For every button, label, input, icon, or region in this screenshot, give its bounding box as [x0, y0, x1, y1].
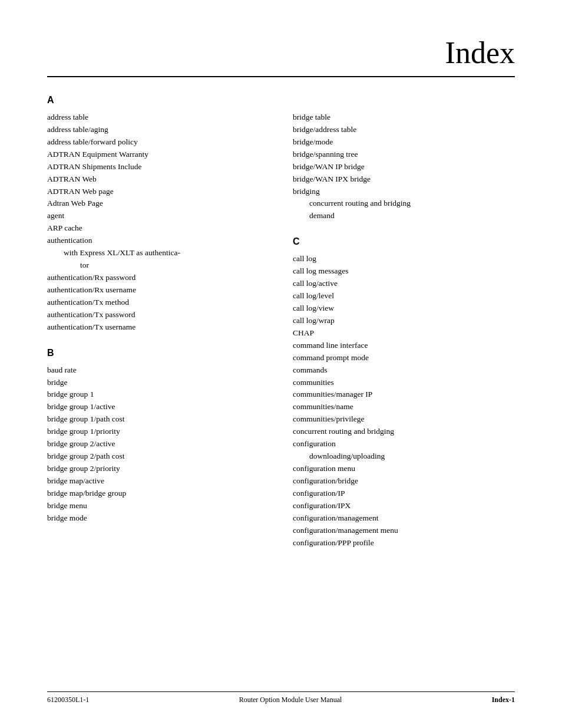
list-item: bridge group 1/active	[47, 401, 269, 413]
list-item: configuration/IPX	[293, 500, 515, 512]
footer-left: 61200350L1-1	[47, 696, 89, 704]
list-item: downloading/uploading	[293, 450, 515, 463]
footer-right: Index-1	[492, 696, 515, 704]
list-item: configuration/management	[293, 512, 515, 525]
list-item: CHAP	[293, 327, 515, 340]
list-item: bridge table	[293, 111, 515, 124]
list-item: bridge map/bridge group	[47, 487, 269, 500]
list-item: call log	[293, 253, 515, 265]
list-item: authentication/Tx method	[47, 297, 269, 309]
list-item: bridge group 2/priority	[47, 463, 269, 475]
list-item: configuration/IP	[293, 487, 515, 500]
footer-center: Router Option Module User Manual	[239, 696, 342, 704]
section-c-entries: call log call log messages call log/acti…	[293, 253, 515, 549]
list-item: bridge/WAN IPX bridge	[293, 173, 515, 186]
list-item: demand	[293, 210, 515, 222]
list-item: authentication/Rx password	[47, 272, 269, 284]
list-item: configuration menu	[293, 463, 515, 475]
list-item: bridge/spanning tree	[293, 149, 515, 161]
section-b-entries: baud rate bridge bridge group 1 bridge g…	[47, 364, 269, 525]
list-item: communities	[293, 377, 515, 389]
content-columns: A address table address table/aging addr…	[47, 95, 515, 563]
list-item: bridge/mode	[293, 136, 515, 149]
list-item: ARP cache	[47, 222, 269, 235]
list-item: configuration/bridge	[293, 475, 515, 487]
list-item: bridge map/active	[47, 475, 269, 487]
section-a: A address table address table/aging addr…	[47, 95, 269, 334]
list-item: ADTRAN Web	[47, 173, 269, 186]
list-item: command prompt mode	[293, 352, 515, 364]
list-item: bridge/address table	[293, 124, 515, 136]
list-item: ADTRAN Web page	[47, 186, 269, 198]
section-c: C call log call log messages call log/ac…	[293, 236, 515, 549]
list-item: bridge group 1	[47, 388, 269, 401]
list-item: bridge group 2/active	[47, 438, 269, 450]
right-column: bridge table bridge/address table bridge…	[293, 95, 515, 563]
list-item: address table	[47, 111, 269, 124]
title-rule	[47, 76, 515, 77]
list-item: agent	[47, 210, 269, 222]
page-footer: 61200350L1-1 Router Option Module User M…	[47, 691, 515, 704]
list-item: call log/level	[293, 290, 515, 302]
list-item: communities/manager IP	[293, 388, 515, 401]
list-item: call log/view	[293, 302, 515, 315]
list-item: call log messages	[293, 265, 515, 278]
list-item: bridging	[293, 186, 515, 198]
list-item: with Express XL/XLT as authentica-	[47, 247, 269, 259]
list-item: commands	[293, 364, 515, 377]
section-bridge-cont-entries: bridge table bridge/address table bridge…	[293, 111, 515, 222]
section-letter-a: A	[47, 95, 269, 106]
list-item: ADTRAN Shipments Include	[47, 161, 269, 173]
section-letter-c: C	[293, 236, 515, 247]
list-item: communities/name	[293, 401, 515, 413]
list-item: address table/aging	[47, 124, 269, 136]
list-item: bridge group 1/path cost	[47, 413, 269, 426]
list-item: Adtran Web Page	[47, 197, 269, 210]
section-a-entries: address table address table/aging addres…	[47, 111, 269, 334]
list-item: bridge	[47, 377, 269, 389]
list-item: call log/wrap	[293, 315, 515, 327]
list-item: baud rate	[47, 364, 269, 377]
left-column: A address table address table/aging addr…	[47, 95, 269, 563]
list-item: authentication/Rx username	[47, 284, 269, 297]
list-item: call log/active	[293, 278, 515, 290]
list-item: tor	[47, 259, 269, 272]
list-item: configuration	[293, 438, 515, 450]
section-letter-b: B	[47, 348, 269, 358]
list-item: concurrent routing and bridging	[293, 197, 515, 210]
section-bridge-cont: bridge table bridge/address table bridge…	[293, 111, 515, 222]
list-item: authentication/Tx username	[47, 321, 269, 334]
list-item: concurrent routing and bridging	[293, 426, 515, 438]
list-item: bridge/WAN IP bridge	[293, 161, 515, 173]
list-item: ADTRAN Equipment Warranty	[47, 149, 269, 161]
list-item: authentication	[47, 235, 269, 247]
list-item: bridge menu	[47, 500, 269, 512]
list-item: communities/privilege	[293, 413, 515, 426]
list-item: bridge group 2/path cost	[47, 450, 269, 463]
list-item: bridge group 1/priority	[47, 426, 269, 438]
list-item: command line interface	[293, 340, 515, 352]
list-item: bridge mode	[47, 512, 269, 525]
list-item: configuration/management menu	[293, 525, 515, 537]
list-item: authentication/Tx password	[47, 309, 269, 321]
section-b: B baud rate bridge bridge group 1 bridge…	[47, 348, 269, 525]
page: Index A address table address table/agin…	[0, 0, 562, 728]
list-item: configuration/PPP profile	[293, 537, 515, 549]
list-item: address table/forward policy	[47, 136, 269, 149]
page-title: Index	[47, 35, 515, 70]
